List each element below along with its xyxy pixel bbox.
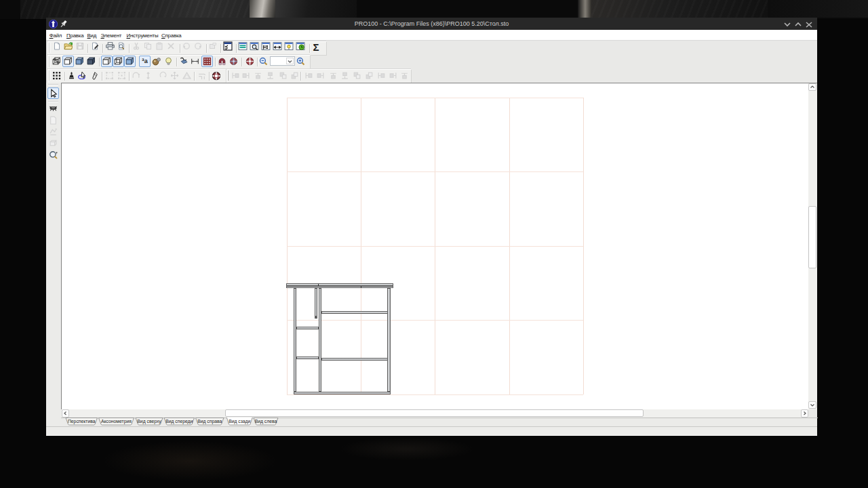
svg-text:Перспектива: Перспектива <box>67 419 95 424</box>
svg-text:Вид спереди: Вид спереди <box>165 419 193 424</box>
svg-text:Вид сверху: Вид сверху <box>137 419 161 424</box>
svg-text:Вид слева: Вид слева <box>254 419 277 424</box>
svg-text:Вид справа: Вид справа <box>197 419 222 424</box>
svg-text:Вид сзади: Вид сзади <box>229 419 250 424</box>
svg-text:Аксонометрия: Аксонометрия <box>101 419 132 424</box>
